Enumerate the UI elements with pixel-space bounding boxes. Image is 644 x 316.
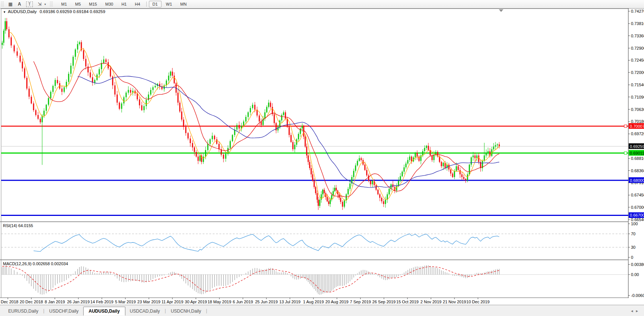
candle[interactable] [305,137,306,147]
candle[interactable] [268,103,269,107]
candle[interactable] [3,31,4,43]
candle[interactable] [266,107,268,112]
candle[interactable] [50,92,51,98]
candle[interactable] [276,123,277,130]
candle[interactable] [254,105,256,109]
candle[interactable] [55,80,56,86]
candle[interactable] [293,142,294,149]
toolbar-drag-handle[interactable] [1,1,4,7]
candle[interactable] [319,200,321,206]
candle[interactable] [454,171,455,177]
candle[interactable] [2,43,3,45]
candle[interactable] [205,150,206,157]
candle[interactable] [192,143,193,148]
candle[interactable] [365,165,366,170]
candle[interactable] [137,93,138,99]
candle[interactable] [212,136,213,139]
candle[interactable] [306,146,307,155]
candle[interactable] [57,80,58,83]
candle[interactable] [376,185,377,190]
candle[interactable] [308,155,309,162]
chart-shift-marker[interactable] [499,9,503,12]
candle[interactable] [198,157,199,161]
candle[interactable] [48,98,49,105]
candle[interactable] [400,176,401,181]
candle[interactable] [289,127,290,135]
candle[interactable] [230,141,231,148]
candle[interactable] [146,100,147,106]
candle[interactable] [14,46,15,52]
candle[interactable] [417,153,418,157]
candle[interactable] [379,194,381,198]
tab-audusd[interactable]: AUDUSD,Daily [83,307,125,316]
tf-m30-button[interactable]: M30 [101,1,117,7]
candle[interactable] [225,154,226,159]
tf-m5-button[interactable]: M5 [71,1,84,7]
candle[interactable] [407,160,409,163]
candle[interactable] [24,68,25,78]
candle[interactable] [29,89,30,97]
candle[interactable] [317,193,318,199]
candle[interactable] [434,155,435,160]
candle[interactable] [409,157,410,160]
candle[interactable] [404,167,405,172]
candle[interactable] [281,115,282,120]
candle[interactable] [172,72,173,76]
candle[interactable] [203,157,204,162]
chart-area[interactable]: 0.742700.738100.733600.729000.724500.720… [0,8,644,305]
candle[interactable] [110,68,111,77]
candle[interactable] [378,190,379,194]
candle[interactable] [126,93,127,97]
candle[interactable] [183,120,184,127]
candle[interactable] [478,155,479,162]
candle[interactable] [419,157,420,161]
candle[interactable] [493,146,494,149]
candle[interactable] [139,99,140,105]
candle[interactable] [383,201,384,204]
tab-usdcad[interactable]: USDCAD,Daily [125,307,165,315]
candle[interactable] [20,56,21,62]
chart-svg[interactable]: 0.742700.738100.733600.729000.724500.720… [0,8,644,305]
candles-layer[interactable] [2,18,500,210]
candle[interactable] [237,125,238,130]
candle[interactable] [115,86,116,95]
candle[interactable] [488,151,489,153]
candle[interactable] [432,155,433,160]
candle[interactable] [190,139,191,143]
candle[interactable] [372,181,373,184]
label-t-icon[interactable]: T [26,1,33,7]
candle[interactable] [353,171,354,177]
candle[interactable] [46,105,47,111]
candle[interactable] [274,114,275,123]
candle[interactable] [223,155,224,159]
candle[interactable] [214,136,215,139]
candle[interactable] [495,145,496,147]
candle[interactable] [389,189,390,194]
candle[interactable] [6,21,7,30]
text-a-icon[interactable]: A [15,1,24,7]
hline-handle[interactable] [624,152,627,154]
candle[interactable] [287,119,288,127]
candle[interactable] [94,80,96,83]
candle[interactable] [278,127,279,130]
candle[interactable] [40,119,41,122]
candle[interactable] [298,134,299,139]
candle[interactable] [428,146,429,150]
candle[interactable] [355,165,356,171]
candle[interactable] [368,176,369,181]
candle[interactable] [31,97,32,103]
candle[interactable] [314,181,315,187]
candle[interactable] [232,135,233,141]
candle[interactable] [321,194,322,199]
tf-h1-button[interactable]: H1 [118,1,130,7]
dropdown-arrow-icon[interactable]: ▾ [44,3,46,6]
candle[interactable] [424,148,425,151]
tf-m1-button[interactable]: M1 [57,1,71,7]
candle[interactable] [35,110,37,115]
candle[interactable] [471,157,472,164]
candle[interactable] [188,133,189,138]
candle[interactable] [128,90,129,93]
tf-mn-button[interactable]: MN [176,1,190,7]
tf-w1-button[interactable]: W1 [162,1,176,7]
candle[interactable] [303,126,304,137]
